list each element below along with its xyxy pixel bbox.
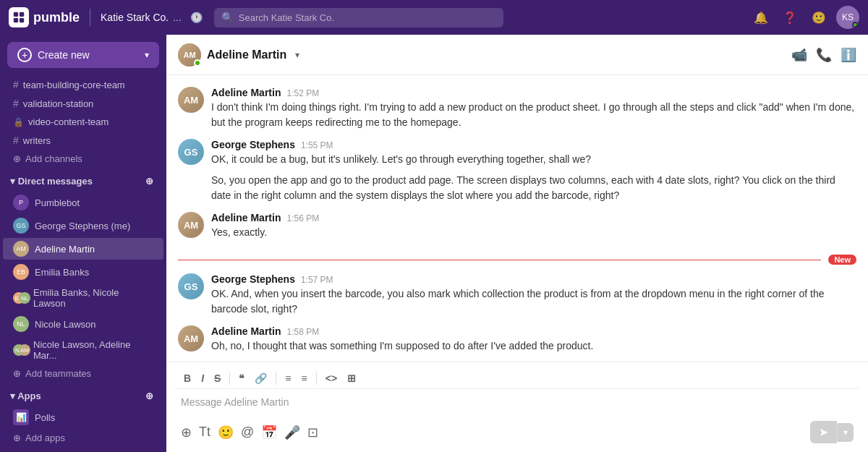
message-group: GS George Stephens 1:55 PM OK, it could … [178,139,856,203]
send-button[interactable]: ➤ [810,421,837,443]
strikethrough-button[interactable]: S [211,371,224,385]
phone-button[interactable]: 📞 [816,47,832,63]
workspace-name[interactable]: Katie Stark Co. ... [101,12,182,23]
more-button[interactable]: ⊡ [307,425,318,440]
message-content: Adeline Martin 1:56 PM Yes, exactly. [211,212,856,240]
search-input[interactable] [214,8,503,27]
code-block-button[interactable]: ⊞ [344,371,359,385]
sidebar-dm-nicole-adeline[interactable]: NL AM Nicole Lawson, Adeline Mar... [3,336,163,364]
contact-avatar: AM [178,43,201,67]
logo-icon [9,7,29,27]
sidebar-dm-emilia[interactable]: EB Emilia Banks [3,261,163,283]
ordered-list-button[interactable]: ≡ [282,371,294,385]
divider-line [178,260,821,260]
message-group: AM Adeline Martin 1:56 PM Yes, exactly. [178,212,856,240]
hash-icon: # [13,135,19,146]
search-bar[interactable]: 🔍 [214,8,503,27]
quote-button[interactable]: ❝ [236,371,247,385]
message-text: Oh, no, I thought that was something I'm… [211,338,856,354]
dm-name: Nicole Lawson [35,319,96,330]
chat-header-actions: 📹 📞 ℹ️ [791,47,856,63]
search-icon: 🔍 [221,12,234,23]
add-teammates-button[interactable]: ⊕ Add teammates [3,365,163,382]
bold-button[interactable]: B [181,371,194,385]
channel-name: team-building-core-team [23,80,125,90]
message-sender: Adeline Martin [211,212,281,223]
message-sender: George Stephens [211,273,295,285]
sidebar-item-validation-station[interactable]: # validation-station [3,95,163,112]
code-button[interactable]: <> [323,371,340,385]
polls-icon: 📊 [13,409,29,425]
message-sender: George Stephens [211,139,295,150]
notifications-button[interactable]: 🔔 [749,6,773,29]
online-indicator [852,22,859,28]
sidebar-app-polls[interactable]: 📊 Polls [3,406,163,428]
input-action-bar: ⊕ Tt 🙂 @ 📅 🎤 ⊡ ➤ ▾ [175,418,859,446]
message-group: AM Adeline Martin 1:52 PM I don't think … [178,87,856,130]
channel-name: validation-station [23,98,94,109]
message-text: OK. And, when you insert the barcode, yo… [211,286,856,317]
new-messages-divider: New [178,255,856,265]
messages-area: AM Adeline Martin 1:52 PM I don't think … [166,75,868,362]
hash-icon: # [13,98,19,109]
italic-button[interactable]: I [198,371,207,385]
sidebar-item-writers[interactable]: # writers [3,132,163,149]
message-time: 1:55 PM [301,140,333,150]
add-channels-button[interactable]: ⊕ Add channels [3,150,163,167]
history-button[interactable]: 🕐 [190,12,203,23]
input-placeholder: Message Adeline Martin [181,396,289,408]
add-apps-label: Add apps [25,432,65,443]
send-dropdown-button[interactable]: ▾ [837,423,854,442]
message-header: Adeline Martin 1:56 PM [211,212,856,223]
message-text: I don't think I'm doing things right. I'… [211,100,856,130]
message-content: Adeline Martin 1:58 PM Oh, no, I thought… [211,325,856,354]
app-logo[interactable]: pumble [9,7,80,27]
chat-header: AM Adeline Martin ▾ 📹 📞 ℹ️ [166,35,868,75]
attachment-button[interactable]: 📅 [261,425,277,440]
message-time: 1:58 PM [286,327,319,337]
user-avatar[interactable]: KS [836,6,859,29]
sidebar-dm-pumblebot[interactable]: P Pumblebot [3,192,163,213]
logo-text: pumble [33,10,80,25]
sidebar-item-video-content-team[interactable]: 🔒 video-content-team [3,114,163,130]
mention-button[interactable]: @ [241,425,254,440]
info-button[interactable]: ℹ️ [841,47,856,63]
topbar-actions: 🔔 ❓ 🙂 KS [749,6,859,29]
sidebar-dm-nicole[interactable]: NL Nicole Lawson [3,313,163,335]
message-text: OK, it could be a bug, but it's unlikely… [211,152,856,167]
message-text-continued: So, you open the app and go to the produ… [211,173,856,203]
chat-contact[interactable]: AM Adeline Martin ▾ [178,43,299,67]
voice-button[interactable]: 🎤 [284,425,300,440]
emoji-button[interactable]: 🙂 [218,425,234,440]
message-sender: Adeline Martin [211,87,281,98]
unordered-list-button[interactable]: ≡ [299,371,310,385]
video-call-button[interactable]: 📹 [791,47,807,63]
dm-avatar-emilia: EB [13,264,29,280]
message-input[interactable]: Message Adeline Martin [175,389,859,418]
add-dm-button[interactable]: ⊕ [142,174,156,188]
message-sender: Adeline Martin [211,325,281,337]
contact-name: Adeline Martin [207,48,286,61]
sidebar-dm-emilia-nicole[interactable]: EB NL Emilia Banks, Nicole Lawson [3,284,163,312]
message-text: Yes, exactly. [211,225,856,240]
emoji-button[interactable]: 🙂 [807,6,830,29]
sidebar-dm-adeline[interactable]: AM Adeline Martin [3,238,163,260]
dm-name: Adeline Martin [35,244,95,255]
toolbar-separator [276,372,276,385]
sidebar-item-team-building-core-team[interactable]: # team-building-core-team [3,76,163,93]
add-app-button[interactable]: ⊕ [142,388,156,403]
help-button[interactable]: ❓ [778,6,801,29]
sidebar-dm-george[interactable]: GS George Stephens (me) [3,215,163,236]
new-badge: New [828,255,856,265]
add-apps-button[interactable]: ⊕ Add apps [3,430,163,446]
main-layout: + Create new ▾ # team-building-core-team… [0,35,868,452]
add-button[interactable]: ⊕ [181,425,192,440]
create-new-button[interactable]: + Create new ▾ [7,42,159,68]
text-format-button[interactable]: Tt [199,425,210,440]
dm-avatar-pumblebot: P [13,195,29,210]
link-button[interactable]: 🔗 [252,371,270,385]
avatar: AM [178,212,204,238]
chevron-down-icon: ▾ [295,50,299,60]
message-header: George Stephens 1:57 PM [211,273,856,285]
channel-name: video-content-team [28,116,109,127]
